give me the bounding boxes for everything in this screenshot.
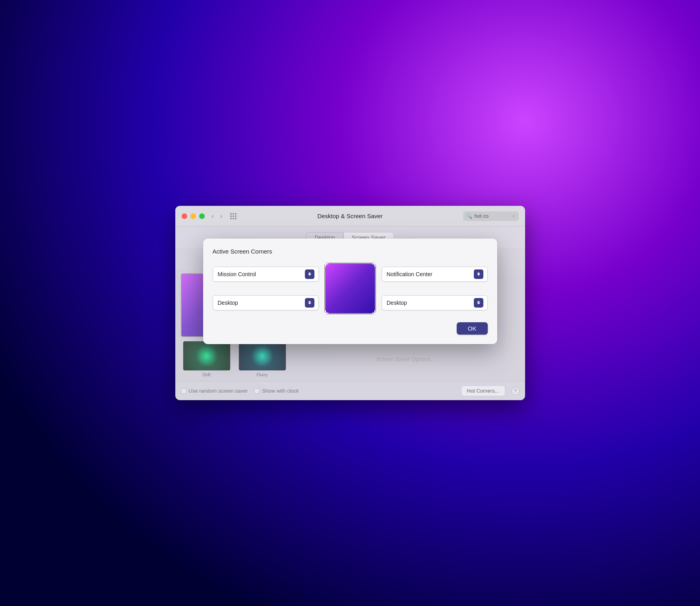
bottom-left-arrows-icon: [305, 298, 314, 308]
show-with-clock-checkbox[interactable]: [254, 388, 260, 394]
top-right-arrows-icon: [474, 269, 483, 279]
ss-thumb-img-flurry: [239, 341, 286, 371]
top-right-corner-select[interactable]: Notification Center: [382, 267, 488, 282]
use-random-label: Use random screen saver: [189, 388, 248, 394]
ss-thumb-flurry[interactable]: Flurry: [237, 341, 288, 377]
top-left-corner-select[interactable]: Mission Control: [213, 267, 319, 282]
top-left-label: Mission Control: [218, 271, 305, 277]
minimize-button[interactable]: [190, 213, 196, 219]
ss-label-drift: Drift: [202, 372, 210, 377]
corner-tr-indicator: [369, 263, 376, 269]
nav-back-button[interactable]: ‹: [209, 211, 216, 221]
ss-options-placeholder: Screen Saver Options...: [292, 341, 520, 377]
corners-grid: Mission Control: [213, 263, 488, 314]
maximize-button[interactable]: [199, 213, 205, 219]
drift-preview: [183, 341, 230, 370]
top-left-arrows-icon: [305, 269, 314, 279]
bottom-left-corner-select[interactable]: Desktop: [213, 295, 319, 310]
search-icon: 🔍: [466, 213, 472, 219]
help-button[interactable]: ?: [512, 387, 520, 395]
ss-options-label: Screen Saver Options...: [376, 356, 435, 362]
corner-br-indicator: [369, 308, 376, 314]
top-right-label: Notification Center: [387, 271, 474, 277]
ss-thumb-img-drift: [183, 341, 231, 371]
ok-button[interactable]: OK: [457, 322, 488, 335]
show-with-clock-row: Show with clock: [254, 388, 299, 394]
titlebar: ‹ › Desktop & Screen Saver 🔍 hot co ×: [175, 206, 525, 227]
search-value: hot co: [475, 213, 510, 219]
dialog-title: Active Screen Corners: [213, 248, 488, 255]
dialog-footer: OK: [213, 322, 488, 335]
nav-forward-button[interactable]: ›: [218, 211, 225, 221]
use-random-row: Use random screen saver: [181, 388, 248, 394]
show-with-clock-label: Show with clock: [262, 388, 299, 394]
close-button[interactable]: [182, 213, 187, 219]
grid-menu-button[interactable]: [228, 211, 239, 222]
bottom-right-label: Desktop: [387, 300, 474, 306]
bottom-left-label: Desktop: [218, 300, 305, 306]
active-screen-corners-dialog: Active Screen Corners Mission Control: [203, 238, 497, 344]
center-preview-cell: [324, 263, 376, 314]
use-random-checkbox[interactable]: [181, 388, 186, 394]
ss-label-flurry: Flurry: [256, 372, 268, 377]
hot-corners-button[interactable]: Hot Corners...: [461, 385, 505, 396]
corner-tl-indicator: [325, 263, 331, 269]
ss-grid-bottom: Drift Flurry Screen Saver Options...: [175, 341, 525, 381]
search-box[interactable]: 🔍 hot co ×: [463, 211, 519, 221]
corner-bl-indicator: [325, 308, 331, 314]
bottom-bar: Use random screen saver Show with clock …: [175, 381, 525, 400]
main-window: ‹ › Desktop & Screen Saver 🔍 hot co × De…: [175, 206, 525, 400]
search-clear-button[interactable]: ×: [512, 213, 515, 219]
flurry-preview: [239, 341, 286, 370]
nav-arrows: ‹ ›: [209, 211, 225, 221]
window-controls: [182, 213, 205, 219]
bottom-right-corner-select[interactable]: Desktop: [382, 295, 488, 310]
center-preview: [324, 263, 376, 314]
window-title: Desktop & Screen Saver: [317, 213, 382, 219]
ss-thumb-drift[interactable]: Drift: [181, 341, 233, 377]
bottom-right-arrows-icon: [474, 298, 483, 308]
